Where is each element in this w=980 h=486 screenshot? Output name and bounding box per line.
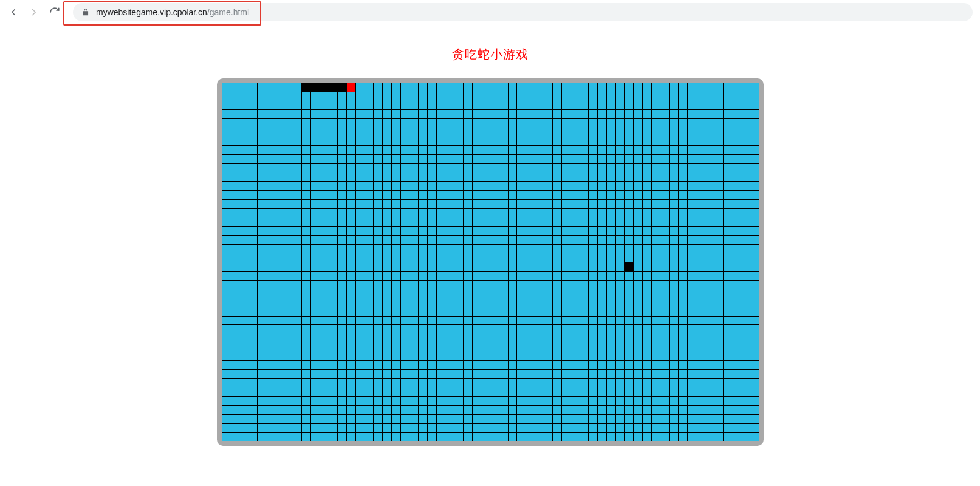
grid-cell <box>392 397 400 405</box>
grid-cell <box>724 164 732 173</box>
grid-cell <box>535 415 544 423</box>
grid-cell <box>419 128 427 137</box>
grid-cell <box>383 379 391 388</box>
grid-cell <box>490 317 499 325</box>
grid-cell <box>454 253 463 262</box>
grid-cell <box>724 200 732 208</box>
grid-cell <box>258 182 266 190</box>
grid-cell <box>409 298 418 307</box>
grid-cell <box>239 101 248 110</box>
grid-cell <box>445 352 454 361</box>
grid-cell <box>284 361 293 369</box>
grid-cell <box>741 119 750 128</box>
grid-cell <box>428 119 436 128</box>
grid-cell <box>544 272 553 280</box>
grid-cell <box>634 415 642 423</box>
grid-cell <box>356 155 365 163</box>
grid-cell <box>660 173 669 182</box>
grid-cell <box>383 352 391 361</box>
grid-cell <box>428 182 436 190</box>
grid-cell <box>688 83 696 92</box>
grid-cell <box>347 281 355 289</box>
grid-cell <box>724 388 732 397</box>
grid-cell <box>732 272 741 280</box>
grid-cell <box>499 155 508 163</box>
grid-cell <box>222 424 230 433</box>
grid-cell <box>625 433 633 441</box>
grid-cell <box>258 433 266 441</box>
grid-cell <box>643 388 651 397</box>
grid-cell <box>338 397 346 405</box>
grid-cell <box>284 262 293 271</box>
grid-cell <box>409 101 418 110</box>
grid-cell <box>526 119 535 128</box>
grid-cell <box>535 361 544 369</box>
back-button[interactable] <box>7 6 19 18</box>
grid-cell <box>741 164 750 173</box>
grid-cell <box>696 317 705 325</box>
grid-cell <box>634 209 642 217</box>
grid-cell <box>589 317 597 325</box>
grid-cell <box>428 370 436 378</box>
grid-cell <box>293 217 302 226</box>
grid-cell <box>239 83 248 92</box>
grid-cell <box>293 83 302 92</box>
url-bar[interactable]: mywebsitegame.vip.cpolar.cn/game.html <box>73 3 973 21</box>
grid-cell <box>275 272 284 280</box>
grid-cell <box>428 352 436 361</box>
grid-cell <box>481 209 490 217</box>
grid-cell <box>311 379 320 388</box>
grid-cell <box>374 433 382 441</box>
grid-cell <box>293 361 302 369</box>
grid-cell <box>320 191 329 199</box>
grid-cell <box>517 343 526 352</box>
forward-button[interactable] <box>28 6 40 18</box>
grid-cell <box>356 370 365 378</box>
grid-cell <box>535 227 544 235</box>
grid-cell <box>311 128 320 137</box>
grid-cell <box>660 272 669 280</box>
grid-cell <box>311 397 320 405</box>
grid-cell <box>670 352 678 361</box>
grid-cell <box>589 173 597 182</box>
grid-cell <box>598 83 606 92</box>
grid-cell <box>230 83 239 92</box>
grid-cell <box>724 289 732 298</box>
grid-cell <box>311 245 320 253</box>
grid-cell <box>239 307 248 316</box>
grid-cell <box>258 173 266 182</box>
grid-cell <box>284 370 293 378</box>
grid-cell <box>732 236 741 244</box>
grid-cell <box>481 298 490 307</box>
grid-cell <box>643 343 651 352</box>
grid-cell <box>499 146 508 154</box>
grid-cell <box>517 245 526 253</box>
grid-cell <box>409 289 418 298</box>
grid-cell <box>589 352 597 361</box>
grid-cell <box>365 245 374 253</box>
grid-cell <box>750 343 759 352</box>
game-board[interactable] <box>222 83 759 441</box>
reload-button[interactable] <box>49 6 61 18</box>
grid-cell <box>481 406 490 414</box>
grid-cell <box>679 281 687 289</box>
grid-cell <box>660 343 669 352</box>
grid-cell <box>544 119 553 128</box>
grid-cell <box>445 245 454 253</box>
grid-cell <box>741 236 750 244</box>
grid-cell <box>509 334 517 343</box>
grid-cell <box>580 182 589 190</box>
grid-cell <box>365 262 374 271</box>
grid-cell <box>419 262 427 271</box>
grid-cell <box>383 182 391 190</box>
grid-cell <box>696 92 705 101</box>
grid-cell <box>383 262 391 271</box>
grid-cell <box>347 370 355 378</box>
grid-cell <box>517 262 526 271</box>
grid-cell <box>705 209 714 217</box>
grid-cell <box>454 352 463 361</box>
grid-cell <box>356 101 365 110</box>
grid-cell <box>437 379 445 388</box>
grid-cell <box>589 83 597 92</box>
grid-cell <box>347 307 355 316</box>
